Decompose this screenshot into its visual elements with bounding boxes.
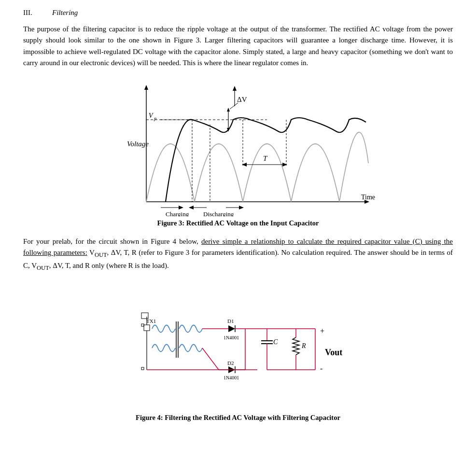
- figure4-container: TX1 D1 1N4001: [23, 280, 453, 422]
- svg-marker-25: [179, 206, 183, 209]
- svg-marker-27: [189, 206, 194, 209]
- svg-marker-1: [144, 85, 148, 90]
- section-number: III.: [23, 9, 41, 17]
- svg-text:+: +: [320, 327, 324, 335]
- svg-text:Discharging: Discharging: [203, 210, 234, 216]
- svg-text:Voltage: Voltage: [127, 140, 149, 148]
- paragraph1: The purpose of the filtering capacitor i…: [23, 24, 453, 69]
- figure4-caption: Figure 4: Filtering the Rectified AC Vol…: [136, 414, 340, 422]
- figure3-container: Voltage Time V p ΔV: [23, 76, 453, 227]
- figure3-diagram: Voltage Time V p ΔV: [98, 76, 378, 216]
- svg-marker-11: [227, 108, 230, 112]
- svg-text:D1: D1: [227, 318, 234, 324]
- svg-rect-76: [141, 324, 144, 326]
- svg-text:TX1: TX1: [146, 318, 156, 324]
- svg-rect-77: [141, 367, 144, 370]
- svg-marker-17: [233, 86, 237, 91]
- svg-text:p: p: [154, 116, 156, 121]
- svg-text:1N4001: 1N4001: [224, 335, 239, 340]
- svg-text:1N4001: 1N4001: [224, 375, 239, 380]
- figure4-diagram: TX1 D1 1N4001: [117, 280, 359, 411]
- svg-line-14: [230, 103, 238, 109]
- paragraph2: For your prelab, for the circuit shown i…: [23, 236, 453, 273]
- svg-text:V: V: [149, 112, 154, 119]
- svg-rect-35: [144, 325, 150, 331]
- svg-marker-43: [228, 325, 235, 332]
- svg-text:D2: D2: [227, 360, 234, 366]
- svg-line-41: [202, 348, 219, 370]
- svg-marker-29: [239, 206, 244, 209]
- section-heading: III. Filtering: [23, 9, 453, 17]
- svg-text:ΔV: ΔV: [237, 96, 247, 103]
- figure3-caption: Figure 3: Rectified AC Voltage on the In…: [157, 219, 319, 227]
- section-title: Filtering: [52, 9, 78, 17]
- svg-text:Time: Time: [361, 194, 375, 201]
- svg-text:Vout: Vout: [325, 348, 342, 357]
- svg-text:T: T: [263, 154, 268, 162]
- svg-text:Charging: Charging: [166, 210, 189, 216]
- svg-text:R: R: [301, 342, 306, 349]
- svg-text:-: -: [320, 364, 322, 373]
- svg-text:C: C: [273, 338, 278, 346]
